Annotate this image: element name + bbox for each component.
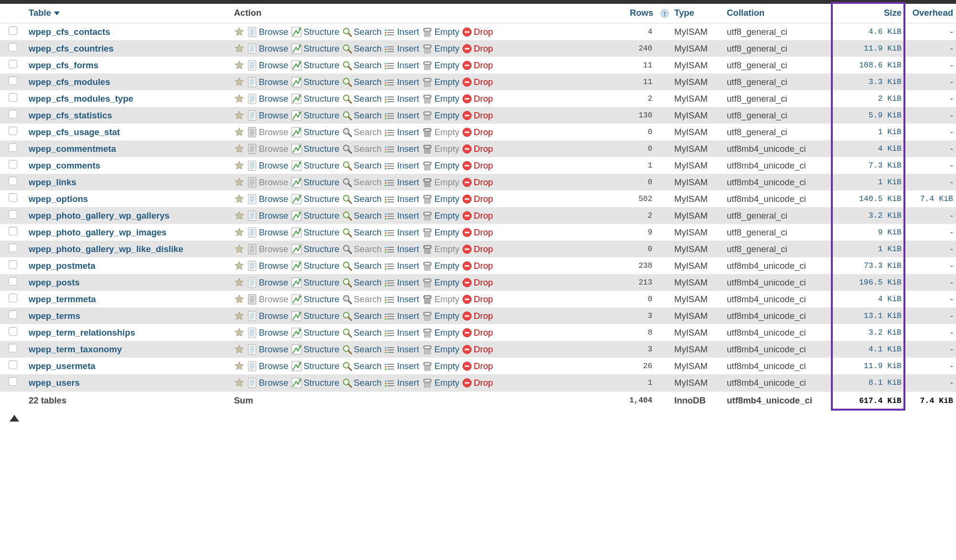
table-name-link[interactable]: wpep_terms — [29, 311, 80, 321]
browse-link[interactable]: Browse — [259, 211, 288, 221]
favorite-star-icon[interactable] — [234, 344, 244, 355]
insert-link[interactable]: Insert — [397, 277, 419, 288]
favorite-star-icon[interactable] — [234, 43, 244, 54]
browse-link[interactable]: Browse — [259, 227, 288, 238]
table-name-link[interactable]: wpep_usermeta — [29, 361, 96, 371]
row-checkbox[interactable] — [9, 277, 17, 285]
table-name-link[interactable]: wpep_photo_gallery_wp_gallerys — [29, 211, 170, 221]
browse-link[interactable]: Browse — [259, 261, 288, 271]
search-link[interactable]: Search — [354, 60, 382, 71]
drop-link[interactable]: Drop — [474, 227, 493, 238]
favorite-star-icon[interactable] — [234, 60, 244, 71]
search-link[interactable]: Search — [354, 211, 382, 221]
structure-link[interactable]: Structure — [304, 94, 340, 104]
insert-link[interactable]: Insert — [397, 177, 419, 188]
drop-link[interactable]: Drop — [474, 60, 493, 71]
row-checkbox[interactable] — [9, 310, 17, 319]
drop-link[interactable]: Drop — [474, 144, 493, 154]
search-link[interactable]: Search — [354, 194, 382, 204]
search-link[interactable]: Search — [354, 277, 382, 288]
insert-link[interactable]: Insert — [397, 77, 419, 87]
structure-link[interactable]: Structure — [304, 160, 340, 171]
browse-link[interactable]: Browse — [259, 194, 288, 204]
header-rows-help[interactable]: ? — [656, 4, 671, 23]
favorite-star-icon[interactable] — [234, 211, 244, 221]
header-table[interactable]: Table — [26, 4, 231, 23]
insert-link[interactable]: Insert — [397, 244, 419, 254]
table-name-link[interactable]: wpep_links — [29, 177, 76, 187]
search-link[interactable]: Search — [354, 160, 382, 171]
search-link[interactable]: Search — [354, 311, 382, 321]
search-link[interactable]: Search — [354, 378, 382, 388]
header-overhead[interactable]: Overhead — [904, 4, 956, 23]
table-name-link[interactable]: wpep_cfs_modules — [29, 77, 110, 87]
structure-link[interactable]: Structure — [304, 361, 340, 371]
search-link[interactable]: Search — [354, 261, 382, 271]
structure-link[interactable]: Structure — [304, 244, 340, 254]
table-name-link[interactable]: wpep_cfs_usage_stat — [29, 127, 120, 137]
favorite-star-icon[interactable] — [234, 160, 244, 171]
structure-link[interactable]: Structure — [304, 43, 340, 54]
insert-link[interactable]: Insert — [397, 144, 419, 154]
browse-link[interactable]: Browse — [259, 27, 288, 37]
row-checkbox[interactable] — [9, 193, 17, 202]
empty-link[interactable]: Empty — [435, 110, 459, 121]
row-checkbox[interactable] — [9, 127, 17, 135]
insert-link[interactable]: Insert — [397, 194, 419, 204]
empty-link[interactable]: Empty — [435, 43, 459, 54]
favorite-star-icon[interactable] — [234, 311, 244, 321]
empty-link[interactable]: Empty — [435, 144, 459, 154]
structure-link[interactable]: Structure — [304, 311, 340, 321]
table-name-link[interactable]: wpep_photo_gallery_wp_like_dislike — [29, 244, 183, 254]
row-checkbox[interactable] — [9, 93, 17, 102]
insert-link[interactable]: Insert — [397, 227, 419, 238]
favorite-star-icon[interactable] — [234, 361, 244, 371]
structure-link[interactable]: Structure — [304, 127, 340, 137]
structure-link[interactable]: Structure — [304, 261, 340, 271]
row-checkbox[interactable] — [9, 294, 17, 302]
favorite-star-icon[interactable] — [234, 378, 244, 388]
empty-link[interactable]: Empty — [435, 294, 459, 305]
browse-link[interactable]: Browse — [259, 361, 288, 371]
empty-link[interactable]: Empty — [435, 27, 459, 37]
favorite-star-icon[interactable] — [234, 227, 244, 238]
search-link[interactable]: Search — [354, 328, 382, 338]
row-checkbox[interactable] — [9, 260, 17, 269]
favorite-star-icon[interactable] — [234, 328, 244, 338]
browse-link[interactable]: Browse — [259, 294, 288, 305]
insert-link[interactable]: Insert — [397, 344, 419, 355]
structure-link[interactable]: Structure — [304, 77, 340, 87]
structure-link[interactable]: Structure — [304, 110, 340, 121]
structure-link[interactable]: Structure — [304, 27, 340, 37]
browse-link[interactable]: Browse — [259, 60, 288, 71]
row-checkbox[interactable] — [9, 344, 17, 352]
insert-link[interactable]: Insert — [397, 211, 419, 221]
browse-link[interactable]: Browse — [259, 344, 288, 355]
insert-link[interactable]: Insert — [397, 110, 419, 121]
drop-link[interactable]: Drop — [474, 160, 493, 171]
row-checkbox[interactable] — [9, 26, 17, 35]
drop-link[interactable]: Drop — [474, 77, 493, 87]
table-name-link[interactable]: wpep_term_relationships — [29, 328, 135, 338]
empty-link[interactable]: Empty — [435, 277, 459, 288]
search-link[interactable]: Search — [354, 127, 382, 137]
empty-link[interactable]: Empty — [435, 244, 459, 254]
insert-link[interactable]: Insert — [397, 127, 419, 137]
search-link[interactable]: Search — [354, 227, 382, 238]
search-link[interactable]: Search — [354, 177, 382, 188]
table-name-link[interactable]: wpep_postmeta — [29, 261, 96, 271]
drop-link[interactable]: Drop — [474, 177, 493, 188]
search-link[interactable]: Search — [354, 43, 382, 54]
drop-link[interactable]: Drop — [474, 277, 493, 288]
drop-link[interactable]: Drop — [474, 294, 493, 305]
favorite-star-icon[interactable] — [234, 294, 244, 305]
table-name-link[interactable]: wpep_comments — [29, 160, 100, 170]
table-name-link[interactable]: wpep_users — [29, 378, 80, 388]
browse-link[interactable]: Browse — [259, 94, 288, 104]
empty-link[interactable]: Empty — [435, 77, 459, 87]
search-link[interactable]: Search — [354, 110, 382, 121]
browse-link[interactable]: Browse — [259, 277, 288, 288]
structure-link[interactable]: Structure — [304, 194, 340, 204]
table-name-link[interactable]: wpep_cfs_modules_type — [29, 94, 133, 104]
insert-link[interactable]: Insert — [397, 43, 419, 54]
